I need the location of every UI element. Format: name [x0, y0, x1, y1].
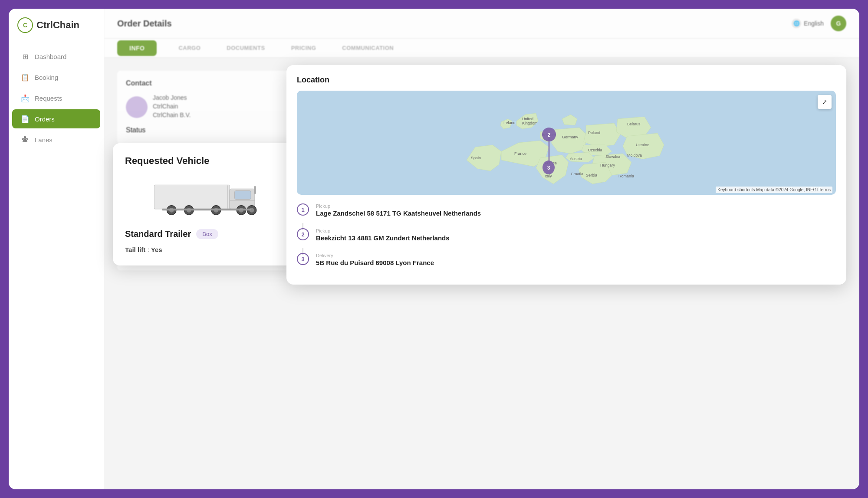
- user-avatar[interactable]: G: [831, 16, 846, 31]
- route-number-1: 1: [297, 203, 309, 216]
- svg-text:2: 2: [548, 132, 551, 138]
- sidebar-item-requests[interactable]: 📩 Requests: [12, 88, 100, 108]
- sidebar: C CtrlChain ⊞ Dashboard 📋 Booking 📩 Requ…: [9, 9, 104, 489]
- tabs-bar: INFO CARGO DOCUMENTS PRICING COMMUNICATI…: [104, 39, 859, 58]
- svg-text:Italy: Italy: [545, 174, 552, 178]
- svg-text:United: United: [522, 117, 533, 121]
- route-item-1: 1 Pickup Lage Zandschel 58 5171 TG Kaats…: [297, 203, 836, 217]
- page-title: Order Details: [117, 19, 172, 29]
- svg-text:Austria: Austria: [570, 157, 582, 161]
- sidebar-item-orders[interactable]: 📄 Orders: [12, 109, 100, 128]
- route-item-3: 3 Delivery 5B Rue du Puisard 69008 Lyon …: [297, 253, 836, 266]
- requests-icon: 📩: [21, 94, 30, 102]
- sidebar-item-dashboard[interactable]: ⊞ Dashboard: [12, 47, 100, 66]
- tab-communication[interactable]: COMMUNICATION: [329, 39, 407, 57]
- info-tab-button[interactable]: INFO: [117, 40, 157, 56]
- booking-icon: 📋: [21, 73, 30, 82]
- lanes-icon: 🛣: [21, 135, 30, 144]
- svg-rect-16: [254, 186, 256, 194]
- europe-map-svg: Ireland United Kingdom Spain France Germ…: [297, 91, 836, 195]
- map-expand-button[interactable]: ⤢: [818, 95, 832, 109]
- route-details-3: Delivery 5B Rue du Puisard 69008 Lyon Fr…: [316, 253, 836, 266]
- vehicle-type-badge: Box: [196, 229, 218, 239]
- logo-icon: C: [17, 17, 33, 33]
- sidebar-item-booking[interactable]: 📋 Booking: [12, 68, 100, 87]
- svg-text:Poland: Poland: [588, 131, 600, 135]
- svg-text:Ireland: Ireland: [503, 121, 516, 125]
- svg-text:3: 3: [547, 165, 550, 171]
- sidebar-item-lanes[interactable]: 🛣 Lanes: [12, 130, 100, 149]
- svg-text:Spain: Spain: [471, 156, 481, 160]
- svg-text:Croatia: Croatia: [571, 172, 583, 176]
- tab-pricing[interactable]: PRICING: [278, 39, 329, 57]
- header-right: 🌐 English G: [792, 16, 846, 31]
- svg-text:Moldova: Moldova: [627, 153, 642, 157]
- contact-avatar: [126, 96, 148, 118]
- svg-text:Serbia: Serbia: [586, 173, 597, 177]
- svg-rect-0: [154, 185, 230, 209]
- svg-text:Hungary: Hungary: [600, 163, 615, 167]
- logo-text: CtrlChain: [36, 20, 79, 31]
- header: Order Details 🌐 English G: [104, 9, 859, 39]
- flag-icon: 🌐: [792, 19, 801, 28]
- route-number-2: 2: [297, 228, 309, 240]
- route-item-2: 2 Pickup Beekzicht 13 4881 GM Zundert Ne…: [297, 228, 836, 242]
- route-number-3: 3: [297, 253, 309, 265]
- svg-text:Czechia: Czechia: [588, 148, 602, 152]
- route-details-2: Pickup Beekzicht 13 4881 GM Zundert Neth…: [316, 228, 836, 242]
- tail-lift-info: Tail lift : Yes: [125, 246, 292, 253]
- dashboard-icon: ⊞: [21, 52, 30, 61]
- app-container: C CtrlChain ⊞ Dashboard 📋 Booking 📩 Requ…: [9, 9, 859, 489]
- orders-icon: 📄: [21, 115, 30, 123]
- vehicle-name-row: Standard Trailer Box: [125, 229, 292, 239]
- route-details-1: Pickup Lage Zandschel 58 5171 TG Kaatshe…: [316, 203, 836, 217]
- location-card: Location: [286, 65, 846, 285]
- language-selector[interactable]: 🌐 English: [792, 19, 824, 28]
- truck-svg: [154, 179, 263, 218]
- svg-rect-15: [162, 209, 251, 210]
- vehicle-card: Requested Vehicle: [113, 143, 304, 265]
- svg-text:France: France: [514, 151, 526, 156]
- route-list: 1 Pickup Lage Zandschel 58 5171 TG Kaats…: [297, 203, 836, 266]
- truck-illustration: [125, 177, 292, 220]
- svg-rect-3: [235, 191, 251, 200]
- svg-text:Kingdom: Kingdom: [522, 121, 538, 125]
- svg-text:Ukraine: Ukraine: [636, 143, 649, 147]
- svg-text:Germany: Germany: [562, 135, 579, 139]
- svg-text:Romania: Romania: [618, 174, 634, 178]
- tab-documents[interactable]: DOCUMENTS: [214, 39, 278, 57]
- map-container: Ireland United Kingdom Spain France Germ…: [297, 91, 836, 195]
- svg-text:Slovakia: Slovakia: [605, 154, 620, 159]
- vehicle-card-title: Requested Vehicle: [125, 155, 292, 167]
- tab-cargo[interactable]: CARGO: [165, 39, 214, 57]
- logo: C CtrlChain: [9, 17, 104, 46]
- map-credit: Keyboard shortcuts Map data ©2024 Google…: [716, 187, 832, 193]
- location-title: Location: [297, 75, 836, 85]
- svg-text:Belarus: Belarus: [627, 122, 641, 126]
- vehicle-name: Standard Trailer: [125, 229, 191, 239]
